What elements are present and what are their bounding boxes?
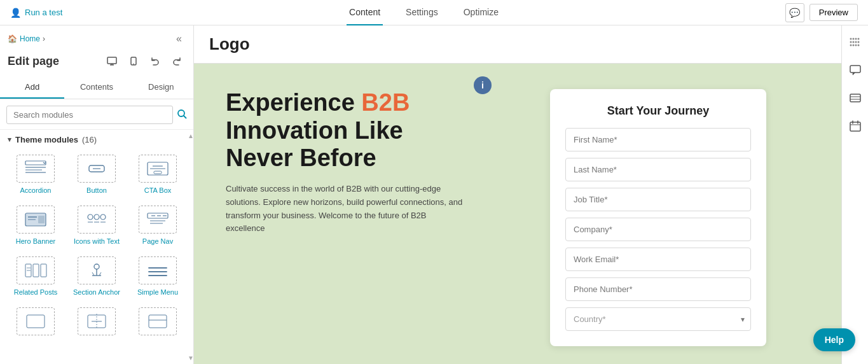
- undo-button[interactable]: [146, 52, 164, 70]
- form-first-name[interactable]: [565, 128, 751, 151]
- icons-with-text-label: Icons with Text: [74, 237, 120, 245]
- svg-rect-65: [850, 94, 860, 102]
- module-extra-2[interactable]: [66, 301, 127, 344]
- search-row: [0, 99, 193, 130]
- theme-modules-header[interactable]: ▾ Theme modules (16): [0, 130, 193, 148]
- module-simple-menu[interactable]: Simple Menu: [127, 250, 188, 301]
- desktop-view-button[interactable]: [103, 52, 121, 70]
- module-extra-3[interactable]: [127, 301, 188, 344]
- tab-optimize[interactable]: Optimize: [461, 0, 501, 25]
- edit-page-title: Edit page: [8, 55, 59, 68]
- svg-point-59: [857, 41, 859, 43]
- scroll-indicator: ▲ ▼: [188, 130, 193, 364]
- nav-tabs: Content Settings Optimize: [347, 0, 501, 25]
- extra-1-icon: [17, 307, 55, 335]
- form-last-name[interactable]: [565, 158, 751, 181]
- module-button[interactable]: Button: [66, 148, 127, 199]
- hero-body: Cultivate success in the world of B2B wi…: [226, 183, 467, 235]
- simple-menu-icon: [139, 256, 177, 284]
- logo-text: Logo: [209, 34, 250, 53]
- mobile-view-button[interactable]: [125, 52, 142, 70]
- tab-add[interactable]: Add: [0, 76, 64, 99]
- form-job-title[interactable]: [565, 188, 751, 211]
- redo-icon: [172, 57, 181, 66]
- svg-point-61: [852, 45, 854, 46]
- collapse-panel-button[interactable]: «: [172, 32, 186, 46]
- logo-bar: Logo: [194, 25, 841, 64]
- grid-view-icon[interactable]: [845, 32, 865, 52]
- module-accordion[interactable]: Accordion: [5, 148, 66, 199]
- breadcrumb-home[interactable]: Home: [20, 34, 40, 43]
- preview-button[interactable]: Preview: [809, 4, 858, 21]
- tab-contents[interactable]: Contents: [64, 76, 128, 99]
- user-icon: 👤: [10, 8, 21, 18]
- related-posts-icon: [17, 256, 55, 284]
- redo-button[interactable]: [168, 52, 186, 70]
- form-title: Start Your Journey: [565, 104, 751, 118]
- icons-with-text-icon: [78, 206, 116, 234]
- tab-design[interactable]: Design: [129, 76, 193, 99]
- svg-rect-50: [149, 315, 167, 328]
- comment-icon-button[interactable]: [845, 60, 865, 80]
- form-company[interactable]: [565, 218, 751, 241]
- module-cta-box[interactable]: CTA Box: [127, 148, 188, 199]
- breadcrumb-separator: ›: [43, 34, 45, 43]
- form-phone-number[interactable]: [565, 277, 751, 301]
- svg-point-52: [850, 38, 851, 40]
- svg-point-55: [857, 38, 859, 40]
- main-layout: 🏠 Home › « Edit page: [0, 25, 868, 364]
- module-extra-1[interactable]: [5, 301, 66, 344]
- chat-icon-button[interactable]: 💬: [785, 3, 804, 22]
- module-page-nav[interactable]: Page Nav: [127, 199, 188, 250]
- svg-point-22: [94, 214, 99, 220]
- svg-rect-20: [38, 216, 45, 223]
- layers-icon-button[interactable]: [845, 88, 865, 108]
- hero-section: Experience B2BInnovation LikeNever Befor…: [194, 64, 841, 364]
- module-section-anchor[interactable]: Section Anchor: [66, 250, 127, 301]
- undo-icon: [151, 57, 160, 66]
- help-button[interactable]: Help: [813, 328, 855, 351]
- hero-banner-label: Hero Banner: [16, 237, 55, 245]
- module-icons-with-text[interactable]: Icons with Text: [66, 199, 127, 250]
- svg-point-23: [100, 214, 106, 220]
- modules-list: ▾ Theme modules (16): [0, 130, 193, 364]
- calendar-icon-button[interactable]: [845, 116, 865, 136]
- search-icon: [177, 109, 187, 119]
- theme-modules-count: (16): [82, 135, 97, 144]
- extra-2-icon: [78, 307, 116, 335]
- svg-point-63: [857, 45, 859, 46]
- calendar-icon: [850, 120, 861, 132]
- svg-line-41: [92, 272, 94, 276]
- section-anchor-icon: [78, 256, 116, 284]
- svg-rect-46: [27, 315, 45, 328]
- layers-icon: [850, 93, 861, 103]
- svg-rect-0: [107, 57, 116, 64]
- svg-point-38: [94, 264, 99, 269]
- svg-point-60: [850, 45, 851, 46]
- button-label: Button: [86, 186, 107, 194]
- module-hero-banner[interactable]: Hero Banner: [5, 199, 66, 250]
- page-nav-icon: [139, 206, 177, 234]
- extra-3-icon: [139, 307, 177, 335]
- form-country-wrap: Country* ▾: [565, 307, 751, 331]
- comment-icon: [850, 65, 861, 76]
- accordion-label: Accordion: [20, 186, 52, 194]
- cta-box-icon: [139, 155, 177, 183]
- info-icon: i: [481, 80, 484, 90]
- tab-content[interactable]: Content: [347, 0, 383, 25]
- left-panel: 🏠 Home › « Edit page: [0, 25, 194, 364]
- button-icon: [78, 155, 116, 183]
- scroll-down-arrow[interactable]: ▼: [188, 354, 193, 361]
- search-button[interactable]: [177, 109, 187, 122]
- form-work-email[interactable]: [565, 248, 751, 271]
- svg-point-54: [855, 38, 857, 40]
- svg-rect-7: [25, 161, 46, 165]
- scroll-up-arrow[interactable]: ▲: [188, 132, 193, 139]
- search-input[interactable]: [6, 106, 173, 124]
- tab-settings[interactable]: Settings: [403, 0, 441, 25]
- top-bar: 👤 Run a test Content Settings Optimize 💬…: [0, 0, 868, 25]
- run-test-button[interactable]: 👤 Run a test: [10, 8, 62, 18]
- form-country-select[interactable]: Country*: [565, 307, 751, 331]
- section-anchor-label: Section Anchor: [73, 288, 120, 296]
- module-related-posts[interactable]: Related Posts: [5, 250, 66, 301]
